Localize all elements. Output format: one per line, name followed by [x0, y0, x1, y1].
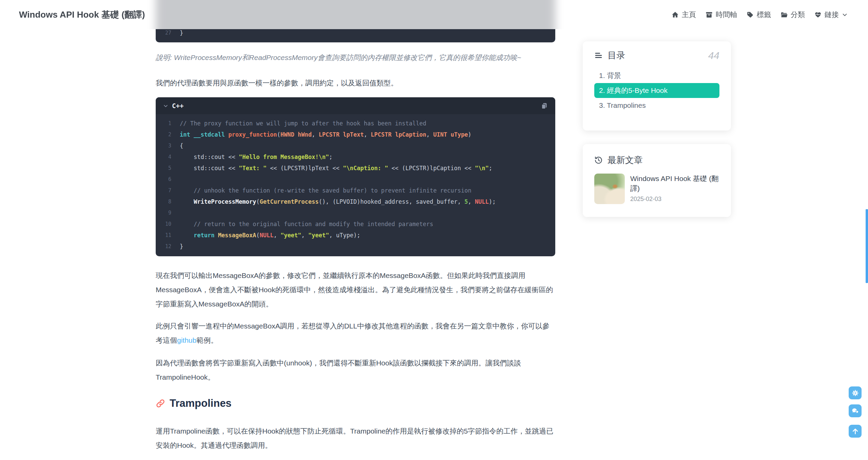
folder-icon [780, 11, 788, 18]
back-to-top-button[interactable] [849, 425, 862, 438]
code-line: 7 // unhook the function (re-write the s… [156, 185, 555, 196]
settings-button[interactable] [849, 386, 862, 399]
section-heading-text: Trampolines [170, 397, 232, 409]
code-line: 3{ [156, 140, 555, 151]
line-number: 7 [156, 187, 171, 194]
home-icon [672, 11, 679, 18]
note-paragraph: 說明: WriteProcessMemory和ReadProcessMemory… [156, 53, 555, 62]
section-heading-trampolines: Trampolines [156, 397, 232, 409]
code-line: 11 return MessageBoxA(NULL, "yeet", "yee… [156, 229, 555, 241]
link-icon[interactable] [156, 399, 165, 408]
paragraph-trampoline: 運用Trampoline函數，可以在保持Hook的狀態下防止死循環。Trampo… [156, 424, 555, 453]
copy-code-button[interactable] [541, 102, 548, 109]
nav-item-tag[interactable]: 標籤 [747, 10, 771, 19]
gear-icon [851, 389, 859, 397]
code-body: 1// The proxy function we will jump to a… [156, 114, 555, 256]
toc-list: 1. 背景2. 經典的5-Byte Hook3. Trampolines [594, 68, 719, 113]
chevron-down-icon [842, 12, 848, 18]
line-number: 12 [156, 243, 171, 249]
code-line: 12} [156, 241, 555, 252]
code-line: 6 [156, 174, 555, 185]
recent-posts-card: 最新文章 Windows API Hook 基礎 (翻譯)2025-02-03 [583, 144, 731, 217]
comments-button[interactable] [849, 404, 862, 417]
archive-icon [706, 11, 713, 18]
code-line: 2int __stdcall proxy_function(HWND hWnd,… [156, 129, 555, 140]
nav-item-archive[interactable]: 時間軸 [706, 10, 737, 19]
paragraph-github: 此例只會引響一進程中的MessageBoxA調用，若想從導入的DLL中修改其他進… [156, 319, 555, 347]
line-number: 27 [156, 30, 171, 36]
tag-icon [747, 11, 754, 18]
post-thumbnail[interactable] [594, 174, 625, 204]
post-date: 2025-02-03 [630, 196, 719, 203]
line-number: 10 [156, 221, 171, 227]
header-nav: 主頁時間軸標籤分類鏈接 [672, 10, 848, 19]
line-number: 3 [156, 143, 171, 149]
toc-item[interactable]: 1. 背景 [594, 68, 719, 83]
code-block-header: C++ [156, 97, 555, 114]
toc-hamburger-icon [594, 51, 603, 60]
code-line: 10 // return to the original function an… [156, 218, 555, 229]
recent-post-item[interactable]: Windows API Hook 基礎 (翻譯)2025-02-03 [594, 174, 719, 204]
line-number: 6 [156, 176, 171, 182]
line-number: 5 [156, 165, 171, 171]
nav-item-home[interactable]: 主頁 [672, 10, 696, 19]
page-title: Windows API Hook 基礎 (翻譯) [19, 9, 145, 21]
collapse-chevron-icon[interactable] [163, 103, 168, 108]
code-line: 5 std::cout << "Text: " << (LPCSTR)lpTex… [156, 162, 555, 174]
nav-item-heart-pulse[interactable]: 鏈接 [814, 10, 848, 19]
line-number: 1 [156, 120, 171, 126]
code-line: 4 std::cout << "Hello from MessageBox!\n… [156, 151, 555, 162]
nav-item-folder[interactable]: 分類 [780, 10, 805, 19]
toc-title: 目录 [607, 49, 625, 61]
toc-count: 44 [708, 50, 719, 61]
code-line: 1// The proxy function we will jump to a… [156, 118, 555, 129]
post-title[interactable]: Windows API Hook 基礎 (翻譯) [630, 174, 719, 193]
toc-item[interactable]: 3. Trampolines [594, 98, 719, 113]
arrow-up-icon [851, 427, 859, 435]
line-number: 4 [156, 154, 171, 160]
recent-posts-title: 最新文章 [607, 154, 643, 166]
paragraph-unhook: 因為代理函數會將舊字節重新寫入函數中(unhook)，我們還得不斷重新Hook該… [156, 356, 555, 384]
code-line: 9 [156, 207, 555, 218]
github-link[interactable]: github [177, 336, 196, 344]
code-line: 8 WriteProcessMemory(GetCurrentProcess()… [156, 196, 555, 207]
line-number: 11 [156, 232, 171, 238]
toc-card: 目录 44 1. 背景2. 經典的5-Byte Hook3. Trampolin… [583, 41, 731, 131]
site-header: Windows API Hook 基礎 (翻譯) 主頁時間軸標籤分類鏈接 [0, 0, 868, 29]
toc-item-active[interactable]: 2. 經典的5-Byte Hook [594, 83, 719, 98]
line-number: 2 [156, 132, 171, 138]
code-block: C++ 1// The proxy function we will jump … [156, 97, 555, 256]
scrollbar-thumb[interactable] [866, 209, 868, 283]
line-number: 8 [156, 199, 171, 205]
history-icon [594, 156, 603, 164]
chat-icon [851, 407, 859, 415]
paragraph-after-code: 現在我們可以輸出MessageBoxA的參數，修改它們，並繼續執行原本的Mess… [156, 268, 555, 311]
heart-pulse-icon [814, 11, 822, 18]
recent-posts-list: Windows API Hook 基礎 (翻譯)2025-02-03 [594, 174, 719, 204]
paragraph-intro: 我們的代理函數要用與原函數一模一樣的參數，調用約定，以及返回值類型。 [156, 76, 555, 90]
line-number: 9 [156, 210, 171, 216]
code-language-label: C++ [172, 102, 184, 109]
copy-icon [541, 102, 548, 109]
